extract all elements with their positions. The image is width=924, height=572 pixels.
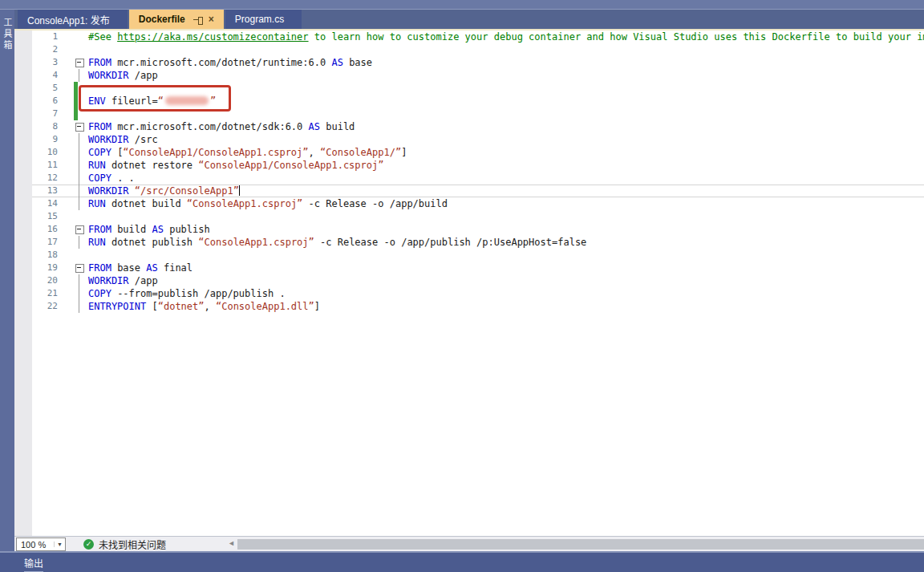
- tab-consoleapp1-publish[interactable]: ConsoleApp1: 发布: [18, 10, 128, 29]
- code-token: RUN: [88, 198, 106, 209]
- line-number: 13: [32, 185, 75, 197]
- code-text: FROM mcr.microsoft.com/dotnet/runtime:6.…: [88, 56, 372, 69]
- fold-spacer: [75, 249, 88, 262]
- fold-collapse-icon[interactable]: [75, 223, 88, 236]
- code-token: ]: [401, 147, 407, 158]
- code-token: AS: [152, 224, 163, 235]
- tab-program-cs[interactable]: Program.cs: [225, 10, 302, 29]
- code-text: ENTRYPOINT [“dotnet”, “ConsoleApp1.dll”]: [88, 300, 320, 313]
- line-number: 2: [32, 43, 75, 56]
- visual-studio-window: ConsoleApp1: 发布 Dockerfile × Program.cs …: [0, 0, 924, 572]
- code-line-22[interactable]: 22ENTRYPOINT [“dotnet”, “ConsoleApp1.dll…: [32, 300, 924, 313]
- code-token: /app: [129, 70, 158, 81]
- code-line-2[interactable]: 2: [32, 43, 924, 56]
- code-token: ,: [309, 147, 320, 158]
- code-token: “ConsoleApp1.csproj”: [198, 237, 314, 248]
- code-token: FROM: [88, 262, 111, 274]
- fold-collapse-icon[interactable]: [75, 56, 88, 69]
- close-icon[interactable]: ×: [209, 15, 214, 24]
- fold-spacer: [75, 210, 88, 223]
- fold-guide-line: [75, 274, 88, 287]
- health-message: 未找到相关问题: [99, 538, 166, 551]
- code-token: “dotnet”: [158, 301, 205, 312]
- editor-status-bar: 100 % ▼ ✓ 未找到相关问题 ◄: [14, 536, 924, 551]
- code-token: build: [320, 121, 355, 132]
- fold-spacer: [75, 43, 88, 56]
- code-token: [129, 185, 135, 197]
- line-number: 21: [32, 287, 75, 300]
- code-line-10[interactable]: 10COPY [“ConsoleApp1/ConsoleApp1.csproj”…: [32, 146, 924, 159]
- tab-label: Program.cs: [235, 14, 284, 25]
- fold-guide-line: [75, 69, 88, 82]
- comment-link[interactable]: https://aka.ms/customizecontainer: [117, 31, 308, 43]
- line-number: 9: [32, 133, 75, 146]
- code-token: RUN: [88, 160, 106, 171]
- tab-dockerfile[interactable]: Dockerfile ×: [129, 10, 224, 29]
- code-line-16[interactable]: 16FROM build AS publish: [32, 223, 924, 236]
- code-text: COPY . .: [88, 172, 135, 185]
- code-line-3[interactable]: 3FROM mcr.microsoft.com/dotnet/runtime:6…: [32, 56, 924, 69]
- line-number: 4: [32, 69, 75, 82]
- line-number: 10: [32, 146, 75, 159]
- code-text: FROM mcr.microsoft.com/dotnet/sdk:6.0 AS…: [88, 120, 355, 133]
- code-token: base: [111, 262, 146, 274]
- fold-collapse-icon[interactable]: [75, 262, 88, 274]
- tab-label: ConsoleApp1: 发布: [27, 13, 110, 26]
- code-token: -c Release -o /app/publish /p:UseAppHost…: [314, 237, 587, 248]
- code-line-21[interactable]: 21COPY --from=publish /app/publish .: [32, 287, 924, 300]
- code-text: COPY --from=publish /app/publish .: [88, 287, 286, 300]
- code-token: WORKDIR: [88, 275, 129, 286]
- line-number: 6: [32, 95, 75, 108]
- code-line-14[interactable]: 14RUN dotnet build “ConsoleApp1.csproj” …: [32, 197, 924, 210]
- fold-collapse-icon[interactable]: [75, 120, 88, 133]
- code-token: dotnet publish: [106, 237, 199, 248]
- zoom-level-value: 100 %: [17, 540, 54, 550]
- document-tabbar: ConsoleApp1: 发布 Dockerfile × Program.cs: [0, 10, 924, 29]
- code-token: RUN: [88, 237, 106, 248]
- document-health-indicator[interactable]: ✓ 未找到相关问题: [83, 537, 166, 552]
- code-line-11[interactable]: 11RUN dotnet restore “ConsoleApp1/Consol…: [32, 159, 924, 172]
- code-line-18[interactable]: 18: [32, 249, 924, 262]
- code-token: “ConsoleApp1.dll”: [216, 301, 314, 312]
- line-number: 15: [32, 210, 75, 223]
- output-panel-title[interactable]: 输出: [24, 556, 43, 572]
- horizontal-scrollbar-thumb[interactable]: [237, 539, 924, 550]
- code-line-12[interactable]: 12COPY . .: [32, 172, 924, 185]
- annotation-red-box: [79, 85, 231, 112]
- code-token: to learn how to customize your debug con…: [309, 31, 924, 43]
- code-token: final: [158, 262, 192, 274]
- code-line-8[interactable]: 8FROM mcr.microsoft.com/dotnet/sdk:6.0 A…: [32, 120, 924, 133]
- sidebar-item-toolbox[interactable]: 工具箱: [0, 14, 14, 51]
- code-text: RUN dotnet restore “ConsoleApp1/ConsoleA…: [88, 159, 383, 172]
- pin-icon[interactable]: [193, 15, 202, 24]
- editor[interactable]: 1#See https://aka.ms/customizecontainer …: [14, 30, 924, 536]
- code-token: “ConsoleApp1/ConsoleApp1.csproj”: [198, 160, 383, 171]
- code-token: build: [111, 224, 152, 235]
- code-token: ENTRYPOINT: [88, 301, 146, 312]
- code-token: base: [343, 57, 372, 68]
- code-token: COPY: [88, 172, 111, 184]
- code-area[interactable]: 1#See https://aka.ms/customizecontainer …: [32, 30, 924, 536]
- code-line-4[interactable]: 4WORKDIR /app: [32, 69, 924, 82]
- code-line-20[interactable]: 20WORKDIR /app: [32, 274, 924, 287]
- code-token: ,: [205, 301, 216, 312]
- code-token: dotnet restore: [106, 160, 199, 171]
- code-text: COPY [“ConsoleApp1/ConsoleApp1.csproj”, …: [88, 146, 407, 159]
- code-line-19[interactable]: 19FROM base AS final: [32, 262, 924, 274]
- code-line-9[interactable]: 9WORKDIR /src: [32, 133, 924, 146]
- code-line-15[interactable]: 15: [32, 210, 924, 223]
- code-token: mcr.microsoft.com/dotnet/runtime:6.0: [111, 57, 332, 68]
- scroll-left-icon[interactable]: ◄: [228, 539, 235, 547]
- code-token: WORKDIR: [88, 185, 129, 197]
- fold-guide-line: [75, 146, 88, 159]
- code-token: mcr.microsoft.com/dotnet/sdk:6.0: [111, 121, 309, 132]
- code-token: WORKDIR: [88, 134, 129, 145]
- code-line-17[interactable]: 17RUN dotnet publish “ConsoleApp1.csproj…: [32, 236, 924, 249]
- code-line-1[interactable]: 1#See https://aka.ms/customizecontainer …: [32, 30, 924, 43]
- line-number: 11: [32, 159, 75, 172]
- chevron-down-icon: ▼: [54, 542, 65, 547]
- code-line-13[interactable]: 13WORKDIR “/src/ConsoleApp1”: [32, 185, 924, 197]
- code-text: RUN dotnet build “ConsoleApp1.csproj” -c…: [88, 197, 448, 210]
- line-number: 17: [32, 236, 75, 249]
- zoom-level-dropdown[interactable]: 100 % ▼: [16, 538, 66, 551]
